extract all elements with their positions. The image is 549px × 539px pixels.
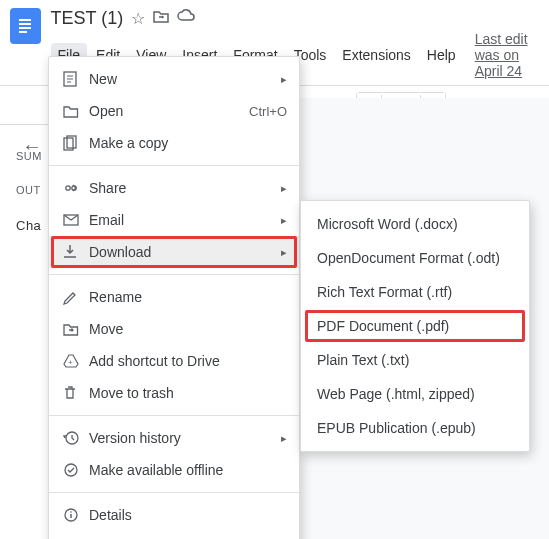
submenu-arrow-icon: ▸ [281,182,287,195]
menu-item-offline[interactable]: Make available offline [49,454,299,486]
rename-icon [63,290,89,305]
submenu-item-txt[interactable]: Plain Text (.txt) [301,343,529,377]
menu-item-new[interactable]: New ▸ [49,63,299,95]
menu-label: Move [89,321,287,337]
menu-item-language[interactable]: Language ▸ [49,531,299,539]
menu-label: Download [89,244,281,260]
folder-open-icon [63,104,89,118]
submenu-label: Plain Text (.txt) [317,352,409,368]
svg-rect-2 [19,23,31,25]
move-folder-icon[interactable] [153,9,169,28]
menu-item-email[interactable]: Email ▸ [49,204,299,236]
submenu-item-rtf[interactable]: Rich Text Format (.rtf) [301,275,529,309]
move-icon [63,322,89,336]
menu-item-share[interactable]: Share ▸ [49,172,299,204]
menu-item-add-shortcut[interactable]: + Add shortcut to Drive [49,345,299,377]
submenu-arrow-icon: ▸ [281,73,287,86]
download-icon [63,244,89,260]
menu-extensions[interactable]: Extensions [335,43,417,67]
shortcut-label: Ctrl+O [249,104,287,119]
menu-help[interactable]: Help [420,43,463,67]
file-menu-dropdown: New ▸ Open Ctrl+O Make a copy Share ▸ Em… [48,56,300,539]
submenu-label: OpenDocument Format (.odt) [317,250,500,266]
history-icon [63,430,89,446]
submenu-item-docx[interactable]: Microsoft Word (.docx) [301,207,529,241]
menu-label: Version history [89,430,281,446]
menu-item-open[interactable]: Open Ctrl+O [49,95,299,127]
share-icon [63,181,89,195]
new-doc-icon [63,71,89,87]
menu-label: New [89,71,281,87]
menu-label: Open [89,103,249,119]
menu-label: Rename [89,289,287,305]
submenu-label: Rich Text Format (.rtf) [317,284,452,300]
menu-label: Move to trash [89,385,287,401]
last-edit-link[interactable]: Last edit was on April 24 [475,31,539,79]
offline-icon [63,462,89,478]
download-submenu: Microsoft Word (.docx) OpenDocument Form… [300,200,530,452]
menu-separator [49,165,299,166]
email-icon [63,214,89,226]
cloud-status-icon[interactable] [177,9,195,28]
submenu-arrow-icon: ▸ [281,432,287,445]
menu-label: Email [89,212,281,228]
submenu-label: Web Page (.html, zipped) [317,386,475,402]
doc-title[interactable]: TEST (1) [51,8,124,29]
svg-point-16 [65,464,77,476]
svg-rect-3 [19,27,31,29]
menu-separator [49,492,299,493]
menu-separator [49,415,299,416]
menu-item-make-copy[interactable]: Make a copy [49,127,299,159]
menu-separator [49,274,299,275]
outline-item[interactable]: Cha [16,218,42,233]
svg-rect-4 [19,31,27,33]
summary-label: SUM [16,150,42,162]
menu-label: Make available offline [89,462,287,478]
menu-item-details[interactable]: Details [49,499,299,531]
submenu-item-pdf[interactable]: PDF Document (.pdf) [301,309,529,343]
menu-label: Details [89,507,287,523]
menu-label: Add shortcut to Drive [89,353,287,369]
menu-item-rename[interactable]: Rename [49,281,299,313]
menu-item-trash[interactable]: Move to trash [49,377,299,409]
outline-label: OUT [16,184,42,196]
svg-text:+: + [68,358,73,367]
svg-point-19 [70,511,72,513]
submenu-arrow-icon: ▸ [281,214,287,227]
svg-point-11 [66,186,70,190]
star-icon[interactable]: ☆ [131,9,145,28]
svg-rect-1 [19,19,31,21]
menu-label: Make a copy [89,135,287,151]
submenu-label: EPUB Publication (.epub) [317,420,476,436]
submenu-item-epub[interactable]: EPUB Publication (.epub) [301,411,529,445]
docs-logo[interactable] [10,8,41,44]
submenu-item-html[interactable]: Web Page (.html, zipped) [301,377,529,411]
submenu-label: PDF Document (.pdf) [317,318,449,334]
copy-icon [63,135,89,151]
menu-label: Share [89,180,281,196]
submenu-label: Microsoft Word (.docx) [317,216,458,232]
drive-shortcut-icon: + [63,354,89,368]
menu-item-move[interactable]: Move [49,313,299,345]
menu-item-version-history[interactable]: Version history ▸ [49,422,299,454]
submenu-arrow-icon: ▸ [281,246,287,259]
info-icon [63,507,89,523]
submenu-item-odt[interactable]: OpenDocument Format (.odt) [301,241,529,275]
trash-icon [63,385,89,401]
menu-item-download[interactable]: Download ▸ [49,236,299,268]
svg-rect-0 [15,13,35,39]
